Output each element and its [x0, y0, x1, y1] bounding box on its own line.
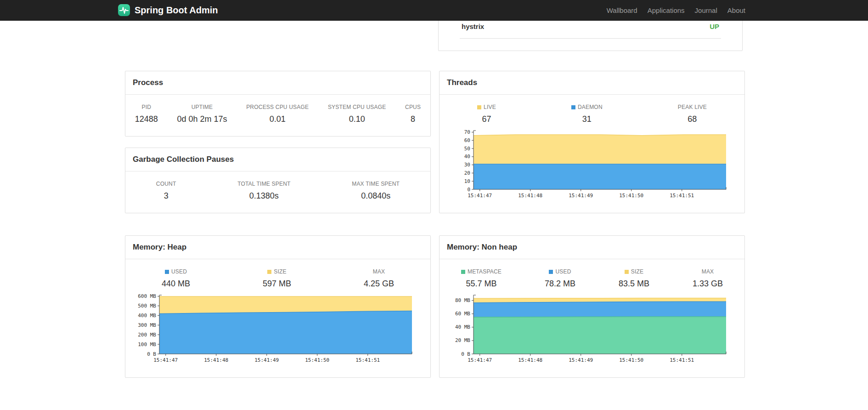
- application-status-badge: UP: [710, 22, 719, 31]
- metric-label: SIZE: [619, 268, 649, 275]
- svg-text:60 MB: 60 MB: [455, 311, 470, 317]
- metric-threads-peak-live: PEAK LIVE 68: [678, 104, 707, 124]
- used-legend-swatch-icon: [549, 270, 553, 274]
- svg-text:15:41:47: 15:41:47: [468, 193, 492, 199]
- live-legend-swatch-icon: [477, 105, 481, 109]
- metric-label-text: SIZE: [274, 268, 286, 275]
- used-legend-swatch-icon: [165, 270, 169, 274]
- svg-text:500 MB: 500 MB: [138, 303, 156, 309]
- metric-threads-daemon: DAEMON 31: [571, 104, 603, 124]
- svg-text:0 B: 0 B: [461, 351, 470, 357]
- memory-heap-panel: Memory: Heap USED 440 MB SIZE 597 MB: [125, 235, 431, 378]
- svg-text:15:41:49: 15:41:49: [254, 357, 279, 363]
- metric-heap-size: SIZE 597 MB: [263, 268, 291, 289]
- svg-text:15:41:47: 15:41:47: [468, 357, 492, 363]
- svg-text:70: 70: [464, 129, 470, 135]
- svg-text:80 MB: 80 MB: [455, 297, 470, 303]
- metric-cpus: CPUS 8: [405, 104, 421, 124]
- metric-uptime: UPTIME 0d 0h 2m 17s: [177, 104, 227, 124]
- size-legend-swatch-icon: [267, 270, 271, 274]
- metric-label-text: USED: [555, 268, 571, 275]
- metric-value: 440 MB: [162, 279, 190, 289]
- svg-text:100 MB: 100 MB: [138, 342, 156, 347]
- metric-gc-count: COUNT 3: [156, 181, 176, 201]
- threads-panel: Threads LIVE 67 DAEMON 31: [439, 71, 745, 213]
- svg-text:15:41:50: 15:41:50: [619, 357, 643, 363]
- memory-nonheap-chart: 80 MB60 MB40 MB20 MB0 B15:41:4715:41:481…: [446, 290, 744, 369]
- metric-label: USED: [162, 268, 190, 275]
- metric-label: DAEMON: [571, 104, 603, 110]
- svg-text:15:41:51: 15:41:51: [670, 193, 694, 199]
- metric-nonheap-max: MAX 1.33 GB: [693, 268, 723, 289]
- svg-text:40 MB: 40 MB: [455, 324, 470, 330]
- metric-value: 12488: [135, 114, 158, 124]
- svg-text:0: 0: [467, 187, 470, 193]
- right-column: Threads LIVE 67 DAEMON 31: [439, 71, 745, 378]
- metric-value: 0.0840s: [352, 191, 400, 201]
- metric-threads-live: LIVE 67: [477, 104, 496, 124]
- metric-value: 0d 0h 2m 17s: [177, 114, 227, 124]
- metric-label: SYSTEM CPU USAGE: [328, 104, 386, 110]
- svg-text:60: 60: [464, 137, 470, 143]
- svg-text:15:41:48: 15:41:48: [518, 193, 542, 199]
- svg-text:15:41:51: 15:41:51: [670, 357, 694, 363]
- metric-label-text: METASPACE: [468, 268, 502, 275]
- brand[interactable]: Spring Boot Admin: [118, 4, 218, 17]
- nav-item-applications[interactable]: Applications: [643, 6, 690, 14]
- svg-text:20: 20: [464, 170, 470, 176]
- svg-text:15:41:51: 15:41:51: [355, 357, 380, 363]
- metric-label-text: SIZE: [631, 268, 643, 275]
- process-metrics: PID 12488 UPTIME 0d 0h 2m 17s PROCESS CP…: [125, 95, 430, 124]
- brand-title: Spring Boot Admin: [135, 5, 218, 16]
- metric-value: 597 MB: [263, 279, 291, 289]
- metric-label: CPUS: [405, 104, 421, 110]
- metric-heap-used: USED 440 MB: [162, 268, 190, 289]
- nav-item-about[interactable]: About: [722, 6, 750, 14]
- metric-heap-max: MAX 4.25 GB: [364, 268, 394, 289]
- heap-metrics: USED 440 MB SIZE 597 MB MAX 4.25 GB: [125, 259, 430, 289]
- memory-heap-panel-title: Memory: Heap: [125, 236, 430, 259]
- metric-label: PID: [135, 104, 158, 110]
- metric-gc-total-time: TOTAL TIME SPENT 0.1380s: [237, 181, 290, 201]
- metric-label: PROCESS CPU USAGE: [246, 104, 309, 110]
- application-name[interactable]: hystrix: [462, 22, 484, 31]
- svg-text:15:41:49: 15:41:49: [569, 357, 593, 363]
- metric-label: MAX TIME SPENT: [352, 181, 400, 187]
- metric-label: MAX: [693, 268, 723, 275]
- nonheap-metrics: METASPACE 55.7 MB USED 78.2 MB SIZE: [440, 259, 744, 289]
- gc-panel-title: Garbage Collection Pauses: [125, 148, 430, 171]
- metric-label: MAX: [364, 268, 394, 275]
- metric-label-text: DAEMON: [578, 104, 603, 110]
- gc-metrics: COUNT 3 TOTAL TIME SPENT 0.1380s MAX TIM…: [125, 171, 430, 201]
- navbar-inner: Spring Boot Admin Wallboard Applications…: [118, 0, 750, 20]
- metric-value: 0.01: [246, 114, 309, 124]
- metric-value: 78.2 MB: [545, 279, 575, 289]
- svg-text:50: 50: [464, 146, 470, 152]
- navbar: Spring Boot Admin Wallboard Applications…: [0, 0, 868, 21]
- metric-process-cpu: PROCESS CPU USAGE 0.01: [246, 104, 309, 124]
- nav-item-wallboard[interactable]: Wallboard: [602, 6, 643, 14]
- metric-label: COUNT: [156, 181, 176, 187]
- memory-nonheap-panel: Memory: Non heap METASPACE 55.7 MB USED …: [439, 235, 745, 378]
- metaspace-legend-swatch-icon: [461, 270, 465, 274]
- process-panel-title: Process: [125, 71, 430, 95]
- threads-metrics: LIVE 67 DAEMON 31 PEAK LIVE 68: [440, 95, 744, 124]
- nav-item-journal[interactable]: Journal: [690, 6, 722, 14]
- metric-system-cpu: SYSTEM CPU USAGE 0.10: [328, 104, 386, 124]
- nav-links: Wallboard Applications Journal About: [602, 6, 750, 14]
- svg-text:15:41:50: 15:41:50: [305, 357, 329, 363]
- svg-text:600 MB: 600 MB: [138, 293, 156, 299]
- metric-value: 0.10: [328, 114, 386, 124]
- daemon-legend-swatch-icon: [571, 105, 575, 109]
- svg-text:15:41:48: 15:41:48: [518, 357, 542, 363]
- metric-value: 83.5 MB: [619, 279, 649, 289]
- threads-chart: 70605040302010015:41:4715:41:4815:41:491…: [446, 126, 744, 204]
- metric-nonheap-used: USED 78.2 MB: [545, 268, 575, 289]
- svg-text:0 B: 0 B: [147, 351, 156, 357]
- memory-nonheap-panel-title: Memory: Non heap: [440, 236, 744, 259]
- gc-panel: Garbage Collection Pauses COUNT 3 TOTAL …: [125, 148, 431, 213]
- threads-panel-title: Threads: [440, 71, 744, 95]
- metric-label-text: LIVE: [484, 104, 496, 110]
- svg-text:20 MB: 20 MB: [455, 337, 470, 343]
- metric-label-text: USED: [171, 268, 187, 275]
